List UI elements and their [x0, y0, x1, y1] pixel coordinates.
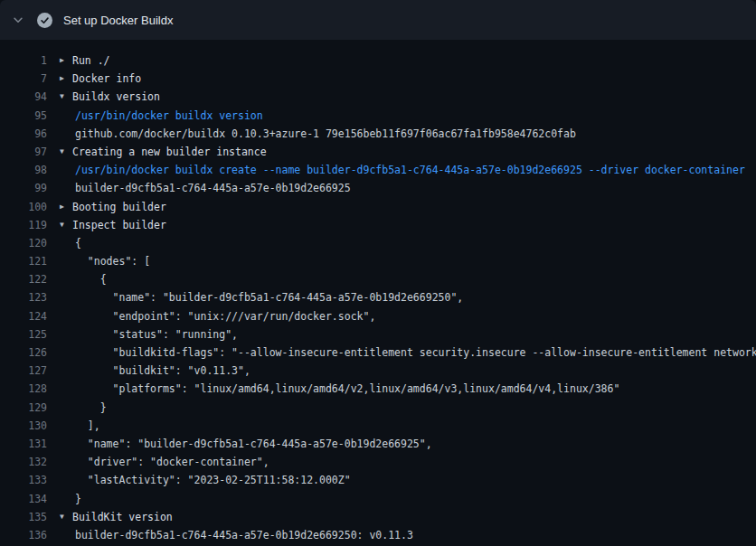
log-line-row: 121 "nodes": [: [0, 252, 756, 270]
collapse-icon[interactable]: ▼: [60, 508, 72, 526]
log-line-row: 125 "status": "running",: [0, 325, 756, 344]
log-line-row: 126 "buildkitd-flags": "--allow-insecure…: [0, 344, 756, 362]
log-line-row: 123 "name": "builder-d9cfb5a1-c764-445a-…: [0, 288, 756, 306]
log-line-row: 99builder-d9cfb5a1-c764-445a-a57e-0b19d2…: [0, 179, 756, 197]
output-text: }: [72, 490, 81, 508]
group-title: BuildKit version: [72, 508, 173, 526]
toggle-spacer: [60, 435, 72, 453]
line-number[interactable]: 119: [0, 216, 47, 234]
group-title: Run ./: [72, 52, 110, 70]
output-text: "endpoint": "unix:///var/run/docker.sock…: [72, 307, 375, 325]
log-group-row[interactable]: 100▶Booting builder: [0, 198, 756, 216]
log-line-row: 131 "name": "builder-d9cfb5a1-c764-445a-…: [0, 435, 756, 453]
toggle-spacer: [60, 288, 72, 306]
output-text: {: [72, 234, 81, 252]
command-text: /usr/bin/docker buildx version: [72, 107, 263, 125]
output-text: "name": "builder-d9cfb5a1-c764-445a-a57e…: [72, 288, 463, 306]
expand-icon[interactable]: ▶: [60, 70, 72, 88]
line-number[interactable]: 120: [0, 234, 47, 252]
line-number[interactable]: 125: [0, 325, 47, 344]
group-title: Inspect builder: [72, 216, 166, 234]
output-text: {: [72, 270, 107, 288]
line-number[interactable]: 126: [0, 344, 47, 362]
line-number[interactable]: 100: [0, 198, 47, 216]
log-line-row: 129 }: [0, 399, 756, 417]
line-number[interactable]: 136: [0, 526, 47, 544]
log-line-row: 133 "lastActivity": "2023-02-25T11:58:12…: [0, 471, 756, 489]
log-line-row: 95/usr/bin/docker buildx version: [0, 107, 756, 125]
output-text: "lastActivity": "2023-02-25T11:58:12.000…: [72, 471, 351, 489]
toggle-spacer: [60, 453, 72, 471]
output-text: "nodes": [: [72, 252, 150, 270]
output-text: ],: [72, 417, 100, 435]
line-number[interactable]: 129: [0, 399, 47, 417]
line-number[interactable]: 94: [0, 88, 47, 106]
log-group-row[interactable]: 7▶Docker info: [0, 70, 756, 88]
toggle-spacer: [60, 490, 72, 508]
log-line-row: 98/usr/bin/docker buildx create --name b…: [0, 161, 756, 179]
line-number[interactable]: 98: [0, 161, 47, 179]
output-text: github.com/docker/buildx 0.10.3+azure-1 …: [72, 125, 576, 143]
log-group-row[interactable]: 1▶Run ./: [0, 52, 756, 70]
group-title: Docker info: [72, 70, 141, 88]
log-lines: 1▶Run ./7▶Docker info94▼Buildx version95…: [0, 40, 756, 544]
output-text: "driver": "docker-container",: [72, 453, 269, 471]
line-number[interactable]: 133: [0, 471, 47, 489]
output-text: "buildkit": "v0.11.3",: [72, 362, 250, 380]
toggle-spacer: [60, 234, 72, 252]
toggle-spacer: [60, 325, 72, 344]
collapse-icon[interactable]: ▼: [60, 143, 72, 161]
line-number[interactable]: 130: [0, 417, 47, 435]
command-text: /usr/bin/docker buildx create --name bui…: [72, 161, 745, 179]
toggle-spacer: [60, 270, 72, 288]
toggle-spacer: [60, 399, 72, 417]
toggle-spacer: [60, 161, 72, 179]
line-number[interactable]: 131: [0, 435, 47, 453]
toggle-spacer: [60, 179, 72, 197]
output-text: builder-d9cfb5a1-c764-445a-a57e-0b19d2e6…: [72, 526, 413, 544]
line-number[interactable]: 7: [0, 70, 47, 88]
output-text: builder-d9cfb5a1-c764-445a-a57e-0b19d2e6…: [72, 179, 351, 197]
check-circle-icon: [37, 13, 52, 28]
group-title: Buildx version: [72, 88, 160, 106]
output-text: }: [72, 399, 107, 417]
output-text: "status": "running",: [72, 325, 238, 344]
line-number[interactable]: 124: [0, 307, 47, 325]
group-title: Creating a new builder instance: [72, 143, 267, 161]
log-line-row: 120{: [0, 234, 756, 252]
line-number[interactable]: 95: [0, 107, 47, 125]
collapse-icon[interactable]: ▼: [60, 216, 72, 234]
line-number[interactable]: 123: [0, 288, 47, 306]
toggle-spacer: [60, 344, 72, 362]
log-viewer: Set up Docker Buildx 1▶Run ./7▶Docker in…: [0, 0, 756, 546]
group-title: Booting builder: [72, 198, 166, 216]
line-number[interactable]: 1: [0, 52, 47, 70]
line-number[interactable]: 122: [0, 270, 47, 288]
output-text: "name": "builder-d9cfb5a1-c764-445a-a57e…: [72, 435, 432, 453]
toggle-spacer: [60, 380, 72, 398]
log-line-row: 122 {: [0, 270, 756, 288]
log-group-row[interactable]: 97▼Creating a new builder instance: [0, 143, 756, 161]
collapse-icon[interactable]: ▼: [60, 88, 72, 106]
log-group-row[interactable]: 119▼Inspect builder: [0, 216, 756, 234]
line-number[interactable]: 135: [0, 508, 47, 526]
toggle-spacer: [60, 471, 72, 489]
log-group-row[interactable]: 135▼BuildKit version: [0, 508, 756, 526]
line-number[interactable]: 96: [0, 125, 47, 143]
line-number[interactable]: 132: [0, 453, 47, 471]
line-number[interactable]: 134: [0, 490, 47, 508]
line-number[interactable]: 121: [0, 252, 47, 270]
log-line-row: 134}: [0, 490, 756, 508]
step-title: Set up Docker Buildx: [63, 14, 173, 27]
step-header[interactable]: Set up Docker Buildx: [0, 0, 756, 40]
expand-icon[interactable]: ▶: [60, 198, 72, 216]
line-number[interactable]: 97: [0, 143, 47, 161]
log-line-row: 136builder-d9cfb5a1-c764-445a-a57e-0b19d…: [0, 526, 756, 544]
line-number[interactable]: 99: [0, 179, 47, 197]
expand-icon[interactable]: ▶: [60, 52, 72, 70]
chevron-down-icon[interactable]: [11, 13, 25, 27]
line-number[interactable]: 127: [0, 362, 47, 380]
toggle-spacer: [60, 307, 72, 325]
line-number[interactable]: 128: [0, 380, 47, 398]
log-group-row[interactable]: 94▼Buildx version: [0, 88, 756, 106]
